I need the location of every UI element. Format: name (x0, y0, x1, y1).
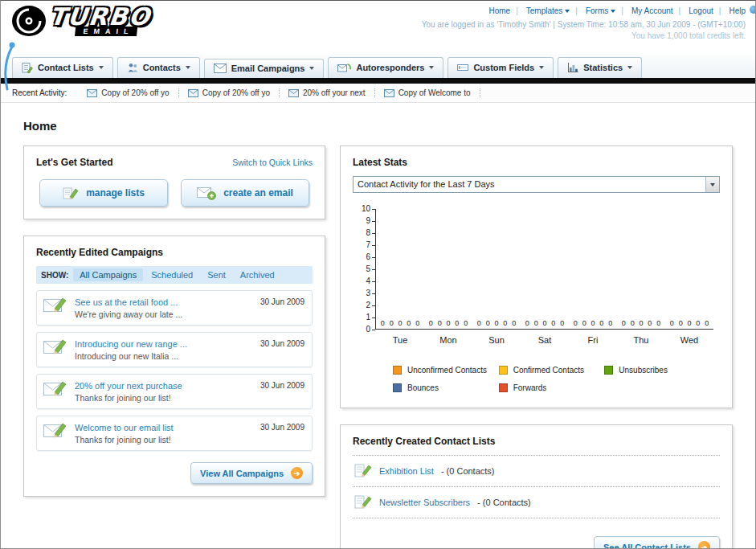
campaign-title-link[interactable]: See us at the retail food ... (75, 297, 182, 307)
statistics-icon (567, 62, 578, 73)
campaign-row[interactable]: 20% off your next purchaseThanks for joi… (36, 374, 313, 409)
tab-label: Contacts (143, 63, 181, 72)
filter-all-campaigns[interactable]: All Campaigns (73, 268, 143, 281)
get-started-title: Let's Get Started (36, 157, 113, 168)
turbo-email-logo[interactable]: TURBO EMAIL (10, 4, 150, 52)
data-value-label: 0 (599, 319, 603, 327)
envelope-plus-icon (197, 186, 216, 200)
chart-day-group: 00000 (665, 319, 713, 329)
contact-list-link[interactable]: Newsletter Subscribers (379, 498, 470, 507)
tab-contacts[interactable]: Contacts (117, 57, 200, 78)
manage-lists-button[interactable]: manage lists (39, 179, 168, 207)
recent-activity-text: 20% off your next (303, 88, 366, 97)
campaign-row[interactable]: Welcome to our email listThanks for join… (36, 416, 313, 451)
latest-stats-title: Latest Stats (353, 157, 407, 168)
switch-quick-links-link[interactable]: Switch to Quick Links (232, 158, 313, 167)
top-link-help[interactable]: Help (713, 6, 746, 15)
data-value-label: 0 (574, 319, 578, 327)
contact-list-link[interactable]: Exhibition List (379, 466, 434, 476)
data-value-label: 0 (656, 319, 660, 327)
contact-list-row[interactable]: Exhibition List - (0 Contacts) (353, 456, 720, 487)
tab-label: Email Campaigns (231, 64, 305, 73)
chart-day-group: 00000 (424, 319, 472, 329)
recent-activity-text: Copy of Welcome to (398, 88, 471, 97)
campaign-subtitle: Thanks for joining our list! (75, 435, 174, 445)
page-pencil-icon (354, 463, 372, 479)
data-value-label: 0 (486, 319, 490, 327)
chart-day-group: 00000 (472, 319, 521, 329)
view-all-campaigns-label: View All Campaigns (200, 469, 284, 478)
data-value-label: 0 (670, 319, 674, 327)
credits-info: You have 1,000 total credits left. (422, 31, 746, 40)
x-axis-label: Thu (617, 330, 665, 345)
contact-list-row[interactable]: Newsletter Subscribers - (0 Contacts) (353, 487, 720, 518)
top-link-my-account[interactable]: My Account (615, 6, 672, 15)
envelope-pencil-icon (43, 338, 67, 356)
filter-sent[interactable]: Sent (201, 268, 232, 281)
data-value-label: 0 (622, 319, 626, 327)
recent-activity-item[interactable]: Copy of 20% off yo (179, 88, 280, 97)
tab-label: Custom Fields (473, 63, 534, 72)
envelope-icon (384, 89, 394, 97)
top-link-home[interactable]: Home (488, 6, 510, 15)
legend-label: Confirmed Contacts (513, 366, 584, 375)
data-value-label: 0 (696, 319, 700, 327)
select-dropdown-button[interactable] (705, 177, 719, 192)
recent-activity-item[interactable]: Copy of 20% off yo (78, 88, 178, 97)
filter-archived[interactable]: Archived (234, 268, 281, 281)
x-axis-label: Fri (569, 330, 617, 345)
header: TURBO EMAIL Home Templates Forms My Acco… (1, 1, 755, 52)
create-email-button[interactable]: create an email (181, 179, 309, 207)
tab-label: Contact Lists (38, 63, 94, 72)
recent-campaigns-panel: Recently Edited Campaigns SHOW: All Camp… (23, 236, 325, 497)
top-link-label: Templates (526, 6, 563, 15)
chevron-down-icon (309, 67, 314, 70)
data-value-label: 0 (534, 319, 538, 327)
page-title: Home (23, 119, 733, 133)
contact-list-count: - (0 Contacts) (477, 498, 531, 507)
data-value-label: 0 (446, 319, 450, 327)
tab-label: Autoresponders (356, 63, 424, 72)
top-link-label: Forms (586, 6, 608, 15)
legend-label: Bounces (407, 383, 439, 392)
x-axis-label: Sat (521, 330, 569, 345)
data-value-label: 0 (398, 319, 402, 327)
campaign-title-link[interactable]: Introducing our new range ... (75, 339, 187, 349)
campaign-row[interactable]: Introducing our new range ...Introducing… (36, 332, 313, 367)
data-value-label: 0 (687, 319, 691, 327)
tab-custom-fields[interactable]: Custom Fields (447, 57, 554, 78)
view-all-campaigns-button[interactable]: View All Campaigns ➔ (190, 462, 313, 484)
tab-statistics[interactable]: Statistics (558, 57, 642, 78)
campaign-row[interactable]: See us at the retail food ...We're givin… (36, 290, 313, 326)
see-all-contact-lists-button[interactable]: See All Contact Lists ➔ (594, 536, 720, 549)
top-link-logout[interactable]: Logout (673, 6, 713, 15)
campaign-title-link[interactable]: 20% off your next purchase (75, 381, 182, 391)
arrow-right-icon: ➔ (698, 541, 710, 549)
data-value-label: 0 (542, 319, 546, 327)
recent-activity-bar: Recent Activity: Copy of 20% off yo Copy… (1, 84, 755, 103)
tab-autoresponders[interactable]: Autoresponders (328, 57, 443, 78)
top-link-forms[interactable]: Forms (570, 6, 615, 15)
envelope-icon (288, 89, 299, 97)
recent-activity-item[interactable]: 20% off your next (280, 88, 375, 97)
campaign-title-link[interactable]: Welcome to our email list (75, 423, 174, 432)
legend-label: Forwards (513, 383, 547, 392)
create-email-label: create an email (223, 187, 293, 199)
data-value-label: 0 (494, 319, 498, 327)
chart-day-group: 00000 (617, 319, 665, 329)
stats-period-value: Contact Activity for the Last 7 Days (353, 177, 705, 192)
campaign-date: 30 Jun 2009 (260, 423, 304, 432)
tab-contact-lists[interactable]: Contact Lists (12, 57, 113, 78)
tab-email-campaigns[interactable]: Email Campaigns (204, 59, 325, 78)
legend-item: Unsubscribes (604, 366, 710, 375)
data-value-label: 0 (608, 319, 612, 327)
top-link-label: My Account (631, 6, 673, 15)
main-content: Home Let's Get Started Switch to Quick L… (1, 103, 755, 549)
legend-item: Bounces (393, 383, 499, 392)
chart-plot: 00000000000000000000000000000000000 (375, 209, 713, 330)
stats-period-select[interactable]: Contact Activity for the Last 7 Days (353, 176, 720, 193)
recent-activity-item[interactable]: Copy of Welcome to (375, 88, 480, 97)
filter-scheduled[interactable]: Scheduled (145, 268, 199, 281)
top-link-templates[interactable]: Templates (510, 6, 570, 15)
logo-words: TURBO EMAIL (47, 6, 152, 36)
